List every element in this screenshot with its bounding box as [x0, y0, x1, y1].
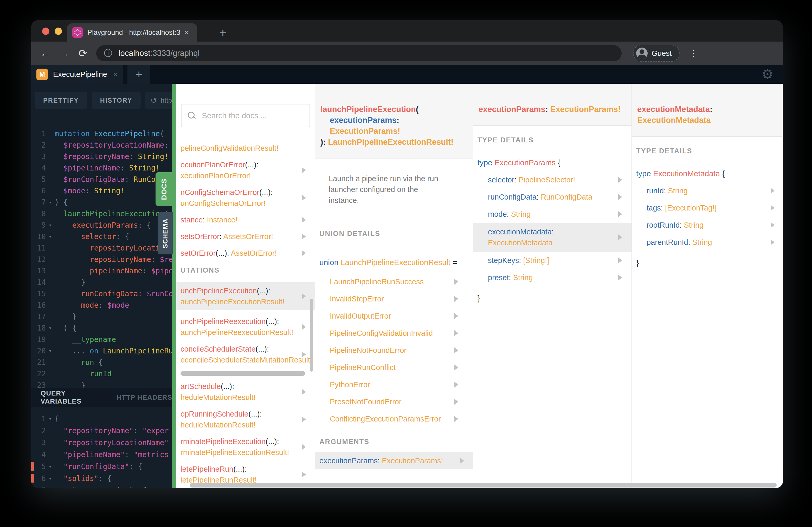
docs-entry[interactable]: PresetNotFoundError — [315, 393, 473, 410]
docs-entry[interactable]: executionParams: ExecutionParams! — [315, 452, 473, 469]
fold-arrow-icon[interactable]: ▾ — [46, 348, 55, 354]
graphql-query-editor[interactable]: 1mutation ExecutePipeline(2 $repositoryL… — [31, 128, 172, 391]
query-line[interactable]: 22 runId — [31, 368, 172, 379]
query-line[interactable]: 19 __typename — [31, 334, 172, 345]
docs-entry[interactable]: PipelineConfigValidationInvalid — [315, 325, 473, 342]
guest-profile-button[interactable]: Guest — [633, 45, 680, 62]
docs-entry[interactable]: PipelineRunConflict — [315, 359, 473, 376]
back-button[interactable]: ← — [40, 48, 50, 59]
chevron-right-icon[interactable] — [302, 234, 306, 239]
docs-entry[interactable]: pelineConfigValidationResult! — [176, 143, 315, 154]
tab-close-icon[interactable]: × — [184, 28, 189, 37]
docs-entry[interactable]: letePipelineRun(...):letePipelineRunResu… — [176, 464, 315, 485]
fold-arrow-icon[interactable]: ▾ — [46, 416, 55, 422]
chevron-right-icon[interactable] — [302, 217, 306, 223]
chevron-right-icon[interactable] — [454, 365, 458, 370]
session-close-icon[interactable]: × — [113, 70, 118, 79]
page-info-icon[interactable]: ⓘ — [104, 48, 112, 59]
tab-http-headers[interactable]: HTTP HEADERS — [117, 393, 172, 402]
docs-entry[interactable]: LaunchPipelineRunSuccess — [315, 273, 473, 290]
docs-entry[interactable]: ConflictingExecutionParamsError — [315, 410, 473, 427]
chevron-right-icon[interactable] — [454, 296, 458, 302]
docs-entry[interactable]: stepKeys: [String!] — [473, 252, 632, 269]
docs-entry[interactable]: PipelineNotFoundError — [315, 342, 473, 359]
fold-arrow-icon[interactable]: ▾ — [46, 487, 55, 488]
docs-entry[interactable]: unchPipelineReexecution(...):aunchPipeli… — [176, 316, 315, 338]
query-line[interactable]: 1mutation ExecutePipeline( — [31, 128, 172, 139]
chevron-right-icon[interactable] — [454, 399, 458, 405]
chevron-right-icon[interactable] — [302, 389, 306, 395]
query-line[interactable]: 20▾ ... on LaunchPipelineRunSuccess — [31, 345, 172, 357]
query-line[interactable]: 6 $mode: String! — [31, 185, 172, 196]
forward-button[interactable]: → — [59, 48, 70, 59]
add-session-button[interactable]: + — [128, 65, 150, 84]
docs-entry[interactable]: unchPipelineExecution(...):aunchPipeline… — [176, 282, 315, 310]
new-tab-button[interactable]: + — [213, 25, 233, 40]
variable-line[interactable]: 1▾{ — [31, 413, 172, 425]
query-line[interactable]: 15 runConfigData: $runConfigData — [31, 288, 172, 299]
docs-entry[interactable]: executionMetadata:ExecutionMetadata — [473, 223, 632, 252]
fold-arrow-icon[interactable]: ▾ — [46, 222, 55, 228]
docs-entry[interactable]: artSchedule(...):heduleMutationResult! — [176, 381, 315, 403]
history-button[interactable]: HISTORY — [92, 92, 141, 109]
docs-entry[interactable]: tags: [ExecutionTag!] — [632, 199, 782, 216]
session-tab-executepipeline[interactable]: M ExecutePipeline × — [31, 65, 123, 84]
chevron-right-icon[interactable] — [771, 239, 774, 245]
docs-search-box[interactable] — [181, 104, 310, 127]
tab-query-variables[interactable]: QUERY VARIABLES — [41, 389, 105, 405]
chevron-right-icon[interactable] — [618, 194, 622, 200]
query-line[interactable]: 17 } — [31, 311, 172, 322]
docs-entry[interactable]: ecutionPlanOrError(...):xecutionPlanOrEr… — [176, 159, 315, 181]
query-line[interactable]: 14 } — [31, 276, 172, 288]
query-line[interactable]: 8 launchPipelineExecution( — [31, 208, 172, 219]
docs-entry[interactable]: InvalidStepError — [315, 290, 473, 307]
chevron-right-icon[interactable] — [302, 293, 306, 299]
prettify-button[interactable]: PRETTIFY — [35, 92, 87, 109]
browser-tab[interactable]: Playground - http://localhost:3 × — [67, 24, 197, 42]
chevron-right-icon[interactable] — [454, 347, 458, 353]
url-bar[interactable]: ⓘ localhost :3333/graphql — [96, 45, 622, 61]
macos-minimize-button[interactable] — [55, 28, 62, 35]
docs-entry[interactable]: opRunningSchedule(...):heduleMutationRes… — [176, 408, 315, 430]
docs-entry[interactable]: concileSchedulerState(...):econcileSched… — [176, 344, 315, 365]
fold-arrow-icon[interactable]: ▾ — [46, 199, 55, 205]
query-line[interactable]: 13 pipelineName: $pipelineName — [31, 265, 172, 276]
fold-arrow-icon[interactable]: ▾ — [46, 234, 55, 240]
query-line[interactable]: 11 repositoryLocationName: $repositoryLo… — [31, 242, 172, 254]
chevron-right-icon[interactable] — [302, 444, 306, 450]
fold-arrow-icon[interactable]: ▾ — [46, 463, 55, 470]
query-line[interactable]: 21 run { — [31, 357, 172, 368]
query-line[interactable]: 18▾ ) { — [31, 322, 172, 334]
docs-side-tab[interactable]: DOCS — [156, 172, 173, 206]
docs-entry[interactable]: parentRunId: String — [632, 234, 782, 251]
docs-entry[interactable]: PythonError — [315, 376, 473, 393]
reload-button[interactable]: ⟳ — [78, 47, 87, 59]
chevron-right-icon[interactable] — [460, 458, 464, 464]
search-input[interactable] — [201, 111, 304, 120]
chevron-right-icon[interactable] — [618, 257, 622, 263]
variable-line[interactable]: 6▾ "solids": { — [31, 472, 172, 484]
chevron-right-icon[interactable] — [302, 472, 306, 477]
chevron-right-icon[interactable] — [454, 416, 458, 422]
docs-entry[interactable]: selector: PipelineSelector! — [473, 171, 632, 189]
endpoint-input[interactable]: ↺ http://loc — [145, 92, 172, 109]
query-line[interactable]: 5 $runConfigData: RunConfigData! — [31, 174, 172, 185]
query-line[interactable]: 3 $repositoryName: String! — [31, 151, 172, 162]
chevron-right-icon[interactable] — [302, 351, 306, 357]
browser-menu-kebab-icon[interactable]: ⋮ — [689, 48, 698, 59]
docs-entry[interactable]: setsOrError: AssetsOrError! — [176, 231, 315, 242]
chevron-right-icon[interactable] — [618, 211, 622, 217]
query-line[interactable]: 12 repositoryName: $repositoryName — [31, 254, 172, 265]
docs-entry[interactable]: setOrError(...): AssetOrError! — [176, 247, 315, 259]
docs-entry[interactable]: mode: String — [473, 206, 632, 223]
chevron-right-icon[interactable] — [302, 250, 306, 256]
query-variables-editor[interactable]: 1▾{2 "repositoryName": "exper3 "reposito… — [31, 413, 172, 488]
query-line[interactable]: 10▾ selector: { — [31, 231, 172, 242]
docs-entry[interactable]: runId: String — [632, 182, 782, 199]
macos-close-button[interactable] — [42, 28, 49, 35]
settings-gear-icon[interactable]: ⚙ — [761, 66, 773, 82]
chevron-right-icon[interactable] — [302, 195, 306, 201]
query-line[interactable]: 2 $repositoryLocationName: String! — [31, 139, 172, 151]
schema-side-tab[interactable]: SCHEMA — [158, 212, 173, 254]
chevron-right-icon[interactable] — [618, 235, 622, 240]
